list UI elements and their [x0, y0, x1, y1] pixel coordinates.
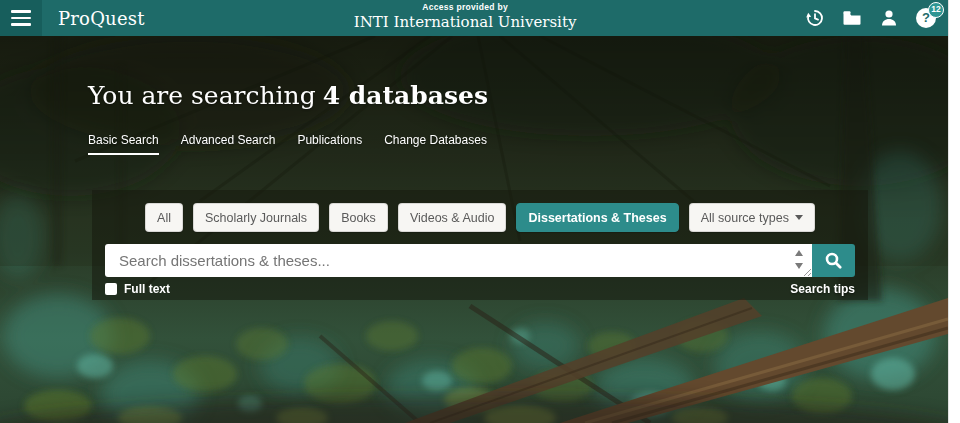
hamburger-bar	[11, 17, 31, 20]
page-content: ProQuest Access provided by INTI Interna…	[0, 0, 948, 423]
search-options-row: Full text Search tips	[105, 282, 855, 296]
recent-searches-history-icon[interactable]	[805, 8, 825, 28]
hamburger-bar	[11, 23, 31, 26]
tab-basic-search[interactable]: Basic Search	[88, 133, 159, 155]
search-tips-link[interactable]: Search tips	[790, 282, 855, 296]
institution-name: INTI International University	[354, 13, 577, 32]
access-provided-by-label: Access provided by	[354, 2, 577, 13]
spinner-up-arrow-icon[interactable]	[795, 250, 803, 256]
search-input-container	[105, 244, 812, 277]
help-icon[interactable]: ? 12	[916, 8, 936, 28]
search-bar	[105, 244, 855, 277]
page-title: You are searching4 databases	[88, 80, 488, 112]
search-mode-tabs: Basic Search Advanced Search Publication…	[88, 133, 487, 155]
tab-publications[interactable]: Publications	[297, 133, 362, 155]
source-button-all[interactable]: All	[145, 203, 183, 232]
full-text-checkbox[interactable]	[105, 283, 117, 295]
search-button[interactable]	[812, 244, 855, 277]
user-account-icon[interactable]	[879, 8, 899, 28]
proquest-logo[interactable]: ProQuest	[58, 0, 145, 36]
tab-change-databases[interactable]: Change Databases	[384, 133, 487, 155]
title-prefix: You are searching	[88, 81, 316, 110]
source-types-dropdown[interactable]: All source types	[689, 203, 815, 232]
saved-items-folder-icon[interactable]	[842, 8, 862, 28]
header-icon-group: ? 12	[805, 0, 936, 36]
proquest-search-page: ProQuest Access provided by INTI Interna…	[0, 0, 960, 423]
full-text-label: Full text	[124, 282, 170, 296]
search-input[interactable]	[105, 244, 812, 277]
hamburger-menu-button[interactable]	[0, 0, 42, 36]
notification-badge: 12	[928, 2, 944, 18]
source-button-scholarly-journals[interactable]: Scholarly Journals	[193, 203, 319, 232]
source-button-videos-audio[interactable]: Videos & Audio	[398, 203, 507, 232]
caret-down-icon	[795, 215, 803, 220]
search-panel: All Scholarly Journals Books Videos & Au…	[92, 190, 868, 300]
window-edge-strip	[948, 0, 960, 423]
textarea-resize-grip[interactable]	[801, 266, 811, 276]
tab-advanced-search[interactable]: Advanced Search	[181, 133, 276, 155]
full-text-filter[interactable]: Full text	[105, 282, 170, 296]
hamburger-bar	[11, 10, 31, 13]
source-button-books[interactable]: Books	[329, 203, 388, 232]
magnifier-search-icon	[824, 251, 843, 270]
title-database-count: 4 databases	[323, 81, 488, 110]
top-navigation-bar: ProQuest Access provided by INTI Interna…	[0, 0, 948, 36]
source-button-dissertations-theses[interactable]: Dissertations & Theses	[516, 203, 678, 232]
access-provider-block: Access provided by INTI International Un…	[354, 2, 577, 32]
source-type-filter-group: All Scholarly Journals Books Videos & Au…	[92, 203, 868, 232]
